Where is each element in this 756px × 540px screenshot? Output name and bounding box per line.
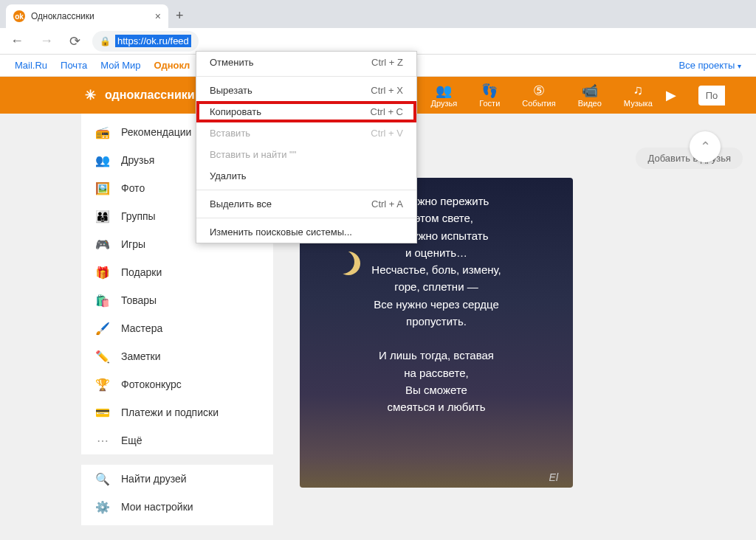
context-menu-item[interactable]: Изменить поисковые системы...: [196, 221, 416, 243]
lock-icon: 🔒: [100, 36, 111, 46]
sidebar-label: Группы: [121, 210, 156, 222]
header-item-музыка[interactable]: ♫Музыка: [624, 83, 653, 108]
tab-title: Одноклассники: [31, 11, 149, 21]
chevron-down-icon: ▾: [738, 62, 741, 70]
sidebar-icon: 🎁: [94, 264, 111, 280]
header-icon: ♫: [633, 83, 644, 97]
sidebar-label: Платежи и подписки: [121, 406, 219, 418]
link-odnoklassniki[interactable]: Однокл: [154, 60, 190, 71]
sidebar-icon: 🖌️: [94, 320, 111, 336]
sidebar-item[interactable]: ⚙️Мои настройки: [81, 493, 273, 521]
forward-button[interactable]: →: [35, 30, 58, 52]
ctx-label: Изменить поисковые системы...: [210, 226, 352, 238]
header-label: Видео: [578, 99, 602, 108]
sidebar-label: Фотоконкурс: [121, 378, 182, 390]
header-icon: 👣: [481, 83, 498, 97]
ctx-label: Отменить: [210, 57, 253, 68]
sidebar-icon: 🏆: [94, 376, 111, 392]
header-search-partial[interactable]: По: [698, 86, 726, 105]
header-label: Гости: [479, 99, 500, 108]
ctx-label: Вставить и найти "": [210, 149, 296, 160]
sidebar-icon: ⚙️: [94, 499, 111, 515]
sidebar-item[interactable]: 🛍️Товары: [81, 286, 273, 314]
context-menu-item[interactable]: ОтменитьCtrl + Z: [196, 52, 416, 73]
context-menu-separator: [196, 76, 416, 77]
tab-favicon: ok: [13, 10, 25, 22]
sidebar-item[interactable]: ✏️Заметки: [81, 342, 273, 370]
context-menu-item: Вставить и найти "": [196, 144, 416, 165]
ctx-shortcut: Ctrl + A: [371, 198, 403, 210]
ctx-shortcut: Ctrl + V: [371, 128, 403, 139]
context-menu-item[interactable]: КопироватьCtrl + C: [196, 101, 416, 122]
context-menu-item[interactable]: ВырезатьCtrl + X: [196, 80, 416, 101]
ctx-shortcut: Ctrl + X: [371, 85, 403, 96]
sidebar-item[interactable]: ⋯Ещё: [81, 426, 273, 454]
sidebar-item[interactable]: 🔍Найти друзей: [81, 465, 273, 493]
context-menu: ОтменитьCtrl + ZВырезатьCtrl + XКопирова…: [196, 51, 417, 243]
link-mailru[interactable]: Mail.Ru: [15, 60, 47, 71]
reload-button[interactable]: ⟳: [65, 30, 85, 52]
header-icon: 👥: [436, 83, 452, 97]
sidebar-icon: 🎮: [94, 236, 111, 252]
browser-tab[interactable]: ok Одноклассники ×: [6, 4, 168, 28]
ctx-label: Вставить: [210, 128, 250, 139]
post-signature: El: [549, 471, 558, 483]
header-icon: ⑤: [533, 83, 545, 97]
sidebar-icon: 💳: [94, 404, 111, 420]
ctx-label: Копировать: [210, 106, 261, 117]
sidebar-item[interactable]: 💳Платежи и подписки: [81, 398, 273, 426]
context-menu-item: ВставитьCtrl + V: [196, 122, 416, 144]
sidebar-icon: 👨‍👩‍👦: [94, 208, 111, 224]
header-item-события[interactable]: ⑤События: [522, 83, 555, 108]
sidebar-item[interactable]: 🏆Фотоконкурс: [81, 370, 273, 398]
header-label: События: [522, 99, 555, 108]
sidebar-label: Игры: [121, 238, 145, 250]
link-moymir[interactable]: Мой Мир: [100, 60, 140, 71]
sidebar-label: Фото: [121, 182, 145, 194]
ctx-label: Выделить все: [210, 198, 272, 210]
sidebar-label: Ещё: [121, 435, 142, 446]
ok-logo[interactable]: ✳ одноклассники: [81, 86, 195, 104]
sidebar-label: Друзья: [121, 154, 154, 166]
header-item-гости[interactable]: 👣Гости: [479, 83, 500, 108]
context-menu-separator: [196, 218, 416, 218]
new-tab-button[interactable]: +: [176, 8, 184, 28]
sidebar-item[interactable]: 🖌️Мастера: [81, 314, 273, 342]
sidebar-icon: ⋯: [94, 432, 111, 449]
link-all-projects[interactable]: Все проекты ▾: [679, 60, 742, 71]
ok-logo-text: одноклассники: [105, 89, 195, 102]
sidebar-icon: ✏️: [94, 348, 111, 364]
sidebar-label: Рекомендации: [121, 126, 191, 138]
sidebar-label: Мои настройки: [121, 501, 193, 513]
sidebar-icon: 🖼️: [94, 180, 111, 196]
ctx-label: Вырезать: [210, 85, 252, 96]
url-text[interactable]: https://ok.ru/feed: [115, 35, 191, 47]
back-button[interactable]: ←: [6, 30, 28, 52]
context-menu-separator: [196, 190, 416, 190]
browser-tab-strip: ok Одноклассники × +: [0, 0, 756, 28]
sidebar-icon: 📻: [94, 124, 111, 140]
close-tab-icon[interactable]: ×: [155, 10, 161, 22]
ok-logo-icon: ✳: [81, 86, 99, 104]
sidebar-item[interactable]: 🎁Подарки: [81, 258, 273, 286]
url-box[interactable]: 🔒 https://ok.ru/feed: [92, 31, 199, 52]
sidebar-label: Найти друзей: [121, 473, 187, 485]
scroll-up-button[interactable]: ⌃: [690, 131, 721, 162]
context-menu-item[interactable]: Удалить: [196, 165, 416, 187]
header-nav: 👥Друзья👣Гости⑤События📹Видео♫Музыка: [431, 83, 653, 108]
sidebar-label: Товары: [121, 294, 157, 306]
sidebar-icon: 🛍️: [94, 292, 111, 308]
header-icon: 📹: [582, 83, 598, 97]
link-pochta[interactable]: Почта: [61, 60, 87, 71]
context-menu-item[interactable]: Выделить всеCtrl + A: [196, 193, 416, 215]
sidebar-icon: 🔍: [94, 471, 111, 487]
sidebar-label: Мастера: [121, 322, 162, 334]
header-play-icon[interactable]: ▶: [666, 87, 676, 103]
header-label: Друзья: [431, 99, 458, 108]
ctx-shortcut: Ctrl + Z: [371, 57, 403, 68]
sidebar-label: Подарки: [121, 266, 162, 278]
ctx-label: Удалить: [210, 170, 247, 181]
sidebar-label: Заметки: [121, 350, 161, 362]
header-item-видео[interactable]: 📹Видео: [578, 83, 602, 108]
header-item-друзья[interactable]: 👥Друзья: [431, 83, 458, 108]
